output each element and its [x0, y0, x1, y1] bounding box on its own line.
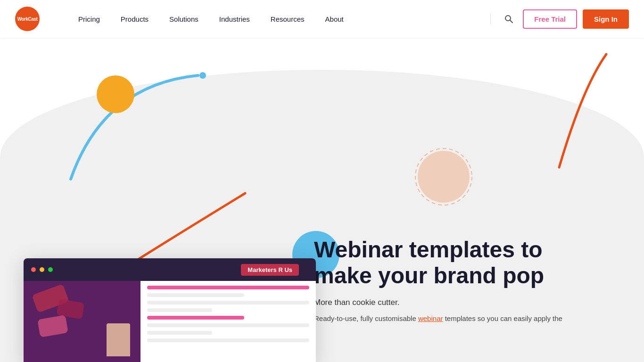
hero-title: Webinar templates to make your brand pop — [314, 237, 606, 288]
nav-resources[interactable]: Resources — [260, 0, 315, 38]
logo[interactable]: WorkCast — [15, 7, 40, 31]
hero-content: Webinar templates to make your brand pop… — [314, 237, 606, 324]
hero-subtitle: More than cookie cutter. — [314, 298, 606, 307]
sign-in-button[interactable]: Sign In — [583, 9, 629, 29]
hero-mockup: Marketers R Us — [24, 258, 316, 362]
search-icon[interactable] — [500, 10, 517, 27]
nav-links: Pricing Products Solutions Industries Re… — [68, 0, 487, 38]
webinar-link[interactable]: webinar — [418, 314, 443, 322]
hero-section: Webinar templates to make your brand pop… — [0, 0, 644, 362]
mockup-person — [107, 323, 130, 356]
mockup-left-panel — [24, 281, 140, 362]
free-trial-button[interactable]: Free Trial — [523, 9, 577, 29]
mockup-line-2 — [147, 293, 244, 297]
mockup-line-1 — [147, 286, 309, 289]
navbar: WorkCast Pricing Products Solutions Indu… — [0, 0, 644, 38]
mockup-line-7 — [147, 331, 212, 335]
nav-solutions[interactable]: Solutions — [159, 0, 209, 38]
svg-line-1 — [510, 20, 513, 23]
nav-pricing[interactable]: Pricing — [68, 0, 110, 38]
mockup-dot-yellow — [40, 267, 44, 272]
mockup-body — [24, 281, 316, 362]
mockup-line-3 — [147, 301, 309, 304]
nav-products[interactable]: Products — [110, 0, 159, 38]
mockup-dot-red — [31, 267, 36, 272]
nav-industries[interactable]: Industries — [209, 0, 260, 38]
nav-actions: Free Trial Sign In — [487, 9, 629, 29]
mockup-line-6 — [147, 323, 309, 327]
mockup-line-5 — [147, 316, 244, 320]
nav-divider — [490, 13, 491, 25]
nav-about[interactable]: About — [315, 0, 354, 38]
mockup-dot-green — [48, 267, 53, 272]
hero-body: Ready-to-use, fully customisable webinar… — [314, 313, 606, 324]
mockup-line-4 — [147, 308, 212, 312]
mockup-right-panel — [140, 281, 316, 362]
mockup-brand-label: Marketers R Us — [241, 264, 299, 276]
mockup-window: Marketers R Us — [24, 258, 316, 362]
mockup-shape-3 — [37, 315, 68, 337]
mockup-header: Marketers R Us — [24, 258, 316, 281]
mockup-shapes-bg — [29, 287, 135, 356]
mockup-line-8 — [147, 338, 309, 342]
